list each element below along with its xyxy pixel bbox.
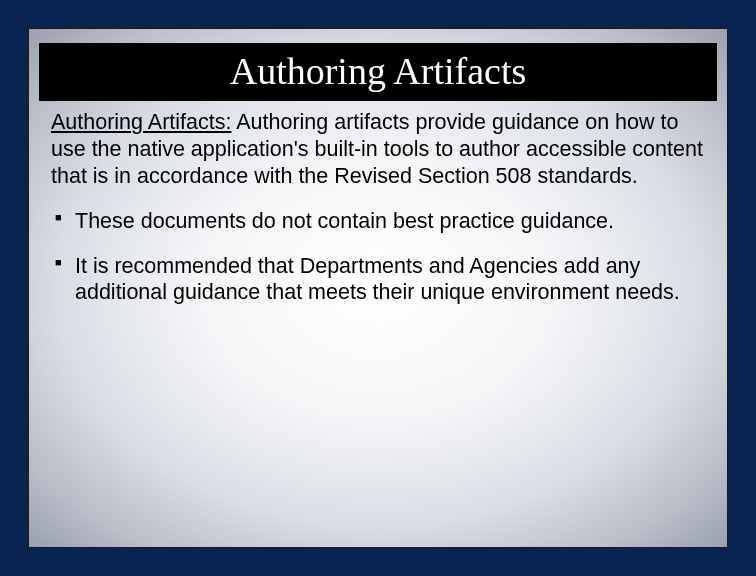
slide: Authoring Artifacts Authoring Artifacts:… bbox=[28, 28, 728, 548]
list-item: These documents do not contain best prac… bbox=[55, 208, 705, 235]
bullet-list: These documents do not contain best prac… bbox=[51, 208, 705, 307]
intro-label: Authoring Artifacts: bbox=[51, 110, 231, 134]
slide-content: Authoring Artifacts: Authoring artifacts… bbox=[29, 109, 727, 306]
intro-paragraph: Authoring Artifacts: Authoring artifacts… bbox=[51, 109, 705, 190]
list-item: It is recommended that Departments and A… bbox=[55, 253, 705, 307]
slide-title: Authoring Artifacts bbox=[39, 43, 717, 101]
